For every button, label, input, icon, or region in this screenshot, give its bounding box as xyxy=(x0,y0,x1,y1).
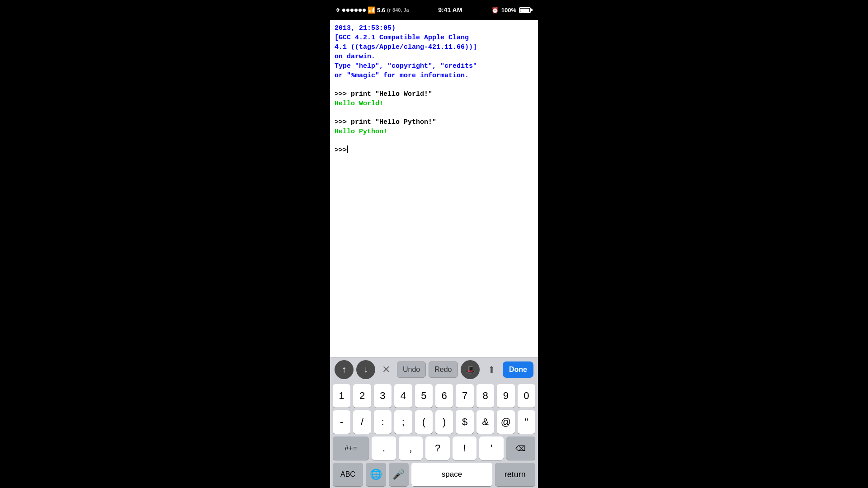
term-cmd1: >>> print "Hello World!" xyxy=(335,89,533,99)
prompt-text: >>> xyxy=(335,145,347,155)
keyboard: 1 2 3 4 5 6 7 8 9 0 - / : ; ( ) $ & @ " … xyxy=(330,381,538,488)
key-5[interactable]: 5 xyxy=(415,384,433,408)
term-header-line6: or "%magic" for more information. xyxy=(335,71,533,80)
undo-button[interactable]: Undo xyxy=(397,361,426,378)
key-1[interactable]: 1 xyxy=(333,384,350,408)
status-left: ✈ 📶 5.6 (r 840, Ja xyxy=(335,6,409,14)
redo-button[interactable]: Redo xyxy=(429,361,458,378)
key-6[interactable]: 6 xyxy=(435,384,453,408)
key-2[interactable]: 2 xyxy=(353,384,371,408)
key-8[interactable]: 8 xyxy=(476,384,494,408)
key-space[interactable]: space xyxy=(411,463,492,486)
toolbar: ↑ ↓ ✕ Undo Redo 🎩 ⬆ Done xyxy=(330,357,538,381)
hat-icon: 🎩 xyxy=(465,365,475,375)
down-arrow-button[interactable]: ↓ xyxy=(356,360,375,379)
done-label: Done xyxy=(509,366,527,374)
down-arrow-icon: ↓ xyxy=(363,364,368,375)
key-slash[interactable]: / xyxy=(353,410,371,434)
done-button[interactable]: Done xyxy=(503,361,533,378)
status-bar: ✈ 📶 5.6 (r 840, Ja 9:41 AM ⏰ 100% xyxy=(330,0,538,20)
toolbar-right: Done xyxy=(503,361,533,378)
redo-label: Redo xyxy=(434,366,452,374)
keyboard-row-special: #+= . , ? ! ' ⌫ xyxy=(333,436,535,460)
close-button[interactable]: ✕ xyxy=(378,361,394,378)
keyboard-row-numbers: 1 2 3 4 5 6 7 8 9 0 xyxy=(333,384,535,408)
key-colon[interactable]: : xyxy=(374,410,392,434)
key-at[interactable]: @ xyxy=(497,410,514,434)
term-header-line2: [GCC 4.2.1 Compatible Apple Clang xyxy=(335,33,533,42)
term-cmd2: >>> print "Hello Python!" xyxy=(335,117,533,127)
key-4[interactable]: 4 xyxy=(394,384,412,408)
key-7[interactable]: 7 xyxy=(456,384,473,408)
delete-key[interactable]: ⌫ xyxy=(506,436,535,460)
airplane-icon: ✈ xyxy=(335,7,340,14)
key-period[interactable]: . xyxy=(372,436,396,460)
cursor xyxy=(347,145,348,153)
key-close-paren[interactable]: ) xyxy=(435,410,453,434)
toolbar-left: ↑ ↓ ✕ Undo Redo 🎩 ⬆ xyxy=(335,360,501,379)
key-mic[interactable]: 🎤 xyxy=(389,463,409,486)
key-open-paren[interactable]: ( xyxy=(415,410,433,434)
key-minus[interactable]: - xyxy=(333,410,350,434)
terminal-content: 2013, 21:53:05) [GCC 4.2.1 Compatible Ap… xyxy=(330,20,538,357)
status-time: 9:41 AM xyxy=(438,6,462,14)
term-header-line5: Type "help", "copyright", "credits" xyxy=(335,61,533,71)
key-semicolon[interactable]: ; xyxy=(394,410,412,434)
battery-percent: 100% xyxy=(501,7,516,14)
term-header-line1: 2013, 21:53:05) xyxy=(335,23,533,33)
key-0[interactable]: 0 xyxy=(518,384,535,408)
battery-icon xyxy=(519,7,533,13)
key-quote[interactable]: " xyxy=(518,410,535,434)
share-icon: ⬆ xyxy=(488,364,495,375)
key-abc[interactable]: ABC xyxy=(333,463,363,486)
up-arrow-button[interactable]: ↑ xyxy=(335,360,354,379)
keyboard-row-bottom: ABC 🌐 🎤 space return xyxy=(333,463,535,486)
key-hashplus[interactable]: #+= xyxy=(333,436,369,460)
undo-label: Undo xyxy=(403,366,420,374)
key-apostrophe[interactable]: ' xyxy=(479,436,504,460)
keyboard-row-symbols: - / : ; ( ) $ & @ " xyxy=(333,410,535,434)
key-9[interactable]: 9 xyxy=(497,384,514,408)
close-icon: ✕ xyxy=(382,364,390,375)
carrier-extra: (r xyxy=(387,7,391,13)
term-header-line4: on darwin. xyxy=(335,52,533,61)
signal-dots xyxy=(342,9,366,12)
right-extra: 840, Ja xyxy=(392,7,409,13)
key-globe[interactable]: 🌐 xyxy=(366,463,386,486)
key-comma[interactable]: , xyxy=(399,436,423,460)
key-ampersand[interactable]: & xyxy=(476,410,494,434)
key-exclamation[interactable]: ! xyxy=(453,436,477,460)
up-arrow-icon: ↑ xyxy=(342,364,346,375)
hat-button[interactable]: 🎩 xyxy=(461,360,480,379)
term-output1: Hello World! xyxy=(335,99,533,108)
alarm-icon: ⏰ xyxy=(491,7,499,14)
terminal-area[interactable]: 2013, 21:53:05) [GCC 4.2.1 Compatible Ap… xyxy=(330,20,538,357)
key-3[interactable]: 3 xyxy=(374,384,392,408)
key-question[interactable]: ? xyxy=(425,436,450,460)
wifi-icon: 📶 xyxy=(368,6,375,14)
key-return[interactable]: return xyxy=(495,463,535,486)
term-output2: Hello Python! xyxy=(335,127,533,136)
term-header-line3: 4.1 ((tags/Apple/clang-421.11.66))] xyxy=(335,42,533,52)
term-prompt: >>> xyxy=(335,145,533,155)
phone-container: ✈ 📶 5.6 (r 840, Ja 9:41 AM ⏰ 100% xyxy=(330,0,538,488)
carrier-info: 5.6 xyxy=(377,7,385,14)
key-dollar[interactable]: $ xyxy=(456,410,473,434)
status-right: ⏰ 100% xyxy=(491,7,533,14)
share-button[interactable]: ⬆ xyxy=(482,360,501,379)
